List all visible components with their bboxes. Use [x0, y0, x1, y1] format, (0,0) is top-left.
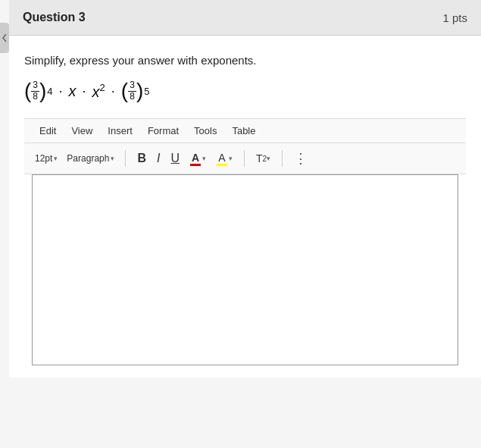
highlight-label: A	[218, 152, 225, 164]
math-var-x2: x2	[92, 82, 105, 101]
math-paren-group-2: ( 3 8 ) 5	[121, 80, 150, 102]
highlight-chevron-icon: ▾	[229, 155, 233, 162]
toolbar-divider-1	[125, 150, 126, 167]
font-color-chevron-icon: ▾	[202, 155, 206, 162]
format-toolbar: 12pt ▾ Paragraph ▾ B I U	[24, 143, 466, 174]
sidebar-toggle[interactable]	[0, 23, 9, 53]
question-title: Question 3	[23, 11, 86, 24]
toolbar-divider-3	[282, 150, 283, 167]
question-pts: 1 pts	[442, 11, 467, 24]
underline-button[interactable]: U	[167, 149, 183, 168]
menu-format[interactable]: Format	[140, 124, 186, 138]
editor-menu-bar: Edit View Insert Format Tools Table	[24, 118, 466, 143]
highlight-color-swatch	[217, 164, 227, 166]
paragraph-label: Paragraph	[67, 153, 109, 164]
paragraph-chevron-icon: ▾	[111, 155, 114, 162]
question-instruction: Simplify, express your answer with expon…	[24, 54, 466, 67]
math-expression: ( 3 8 ) 4 · x · x2 · ( 3	[24, 80, 466, 102]
font-size-dropdown[interactable]: 12pt ▾	[32, 152, 61, 165]
answer-input[interactable]	[39, 181, 451, 356]
highlight-color-button[interactable]: A ▾	[213, 149, 236, 168]
font-size-chevron-icon: ▾	[54, 155, 58, 162]
menu-insert[interactable]: Insert	[100, 124, 140, 138]
question-header: Question 3 1 pts	[9, 0, 481, 36]
font-color-swatch	[190, 164, 201, 166]
menu-tools[interactable]: Tools	[186, 124, 224, 138]
bold-button[interactable]: B	[133, 149, 150, 168]
text-editor-wrapper	[32, 174, 458, 365]
paragraph-dropdown[interactable]: Paragraph ▾	[64, 152, 117, 165]
italic-button[interactable]: I	[153, 149, 164, 168]
more-options-button[interactable]: ⋮	[290, 148, 311, 169]
font-color-label: A	[192, 152, 199, 164]
menu-view[interactable]: View	[64, 124, 100, 138]
toolbar-divider-2	[244, 150, 245, 167]
font-color-button[interactable]: A ▾	[186, 149, 210, 168]
superscript-button[interactable]: T2 ▾	[252, 150, 274, 167]
math-var-x: x	[69, 83, 77, 100]
menu-edit[interactable]: Edit	[32, 124, 64, 138]
superscript-chevron-icon: ▾	[267, 155, 270, 162]
math-paren-group-1: ( 3 8 ) 4	[24, 80, 53, 102]
question-body: Simplify, express your answer with expon…	[9, 36, 481, 378]
menu-table[interactable]: Table	[224, 124, 263, 138]
font-size-value: 12pt	[35, 153, 52, 164]
